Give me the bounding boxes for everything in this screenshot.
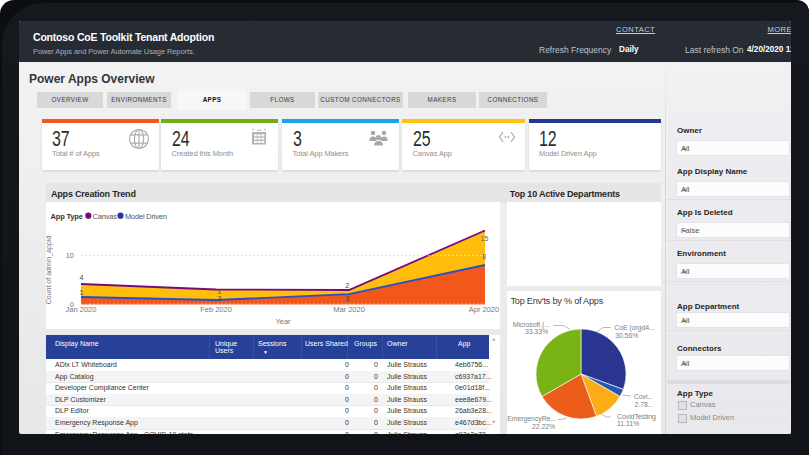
svg-text:Jan 2020: Jan 2020 — [66, 305, 97, 314]
svg-text:3: 3 — [345, 295, 349, 302]
svg-text:2: 2 — [345, 282, 349, 289]
svg-text:4: 4 — [80, 274, 84, 281]
svg-text:2.78...: 2.78... — [634, 401, 653, 408]
svg-text:11.11%: 11.11% — [617, 420, 639, 427]
svg-text:1: 1 — [80, 289, 84, 296]
svg-text:Model Driven: Model Driven — [125, 212, 167, 221]
svg-text:15: 15 — [481, 235, 489, 242]
svg-text:33.33%: 33.33% — [524, 328, 547, 335]
svg-text:8: 8 — [482, 253, 486, 260]
svg-text:10: 10 — [66, 251, 74, 260]
svg-text:CoE (orgd4...: CoE (orgd4... — [614, 324, 654, 332]
svg-text:3: 3 — [218, 295, 222, 302]
svg-text:Mar 2020: Mar 2020 — [333, 305, 365, 314]
svg-text:App Type: App Type — [51, 212, 83, 221]
svg-text:Apr 2020: Apr 2020 — [469, 305, 499, 314]
svg-text:Year: Year — [275, 317, 291, 326]
svg-text:30.56%: 30.56% — [615, 332, 638, 339]
svg-text:Top Env'ts by % of Apps: Top Env'ts by % of Apps — [510, 296, 603, 306]
svg-text:Canvas: Canvas — [93, 212, 118, 221]
svg-text:Feb 2020: Feb 2020 — [200, 305, 232, 314]
svg-text:22.22%: 22.22% — [532, 423, 555, 430]
svg-text:Covi...: Covi... — [633, 393, 652, 400]
svg-text:Count of admin_appid: Count of admin_appid — [46, 236, 53, 305]
